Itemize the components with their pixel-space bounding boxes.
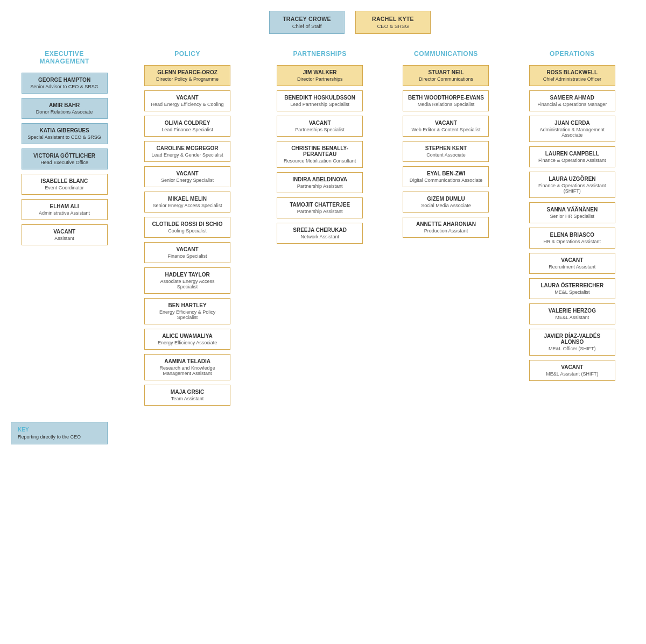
list-item: SANNA VÄÄNÄNEN Senior HR Specialist (529, 202, 615, 223)
list-item: ISABELLE BLANC Event Coordinator (22, 174, 108, 195)
list-item: SAMEER AHMAD Financial & Operations Mana… (529, 90, 615, 111)
list-item: LAURA ÖSTERREICHER ME&L Specialist (529, 278, 615, 299)
communications-director-card: STUART NEIL Director Communications (403, 65, 489, 86)
operations-header: OPERATIONS (550, 50, 594, 58)
list-item: JUAN CERDA Administration & Management A… (529, 116, 615, 142)
list-item: VACANT Web Editor & Content Specialist (403, 116, 489, 137)
list-item: LAURA UZGÖREN Finance & Operations Assis… (529, 172, 615, 198)
list-item: OLIVIA COLDREY Lead Finance Specialist (144, 116, 230, 137)
list-item: VALERIE HERZOG ME&L Assistant (529, 303, 615, 324)
list-item: SREEJA CHERUKAD Network Assistant (277, 223, 363, 244)
list-item: VACANT Finance Specialist (144, 242, 230, 263)
list-item: ELHAM ALI Administrative Assistant (22, 199, 108, 220)
list-item: VACANT ME&L Assistant (SHIFT) (529, 360, 615, 381)
column-communications: COMMUNICATIONS STUART NEIL Director Comm… (383, 50, 509, 238)
exec-header: EXECUTIVEMANAGEMENT (39, 50, 89, 65)
list-item: AMIR BAHR Donor Relations Associate (22, 98, 108, 119)
list-item: TAMOJIT CHATTERJEE Partnership Assistant (277, 197, 363, 218)
list-item: CAROLINE MCGREGOR Lead Energy & Gender S… (144, 141, 230, 162)
ceo-card: RACHEL KYTE CEO & SRSG (355, 11, 431, 34)
list-item: CLOTILDE ROSSI DI SCHIO Cooling Speciali… (144, 217, 230, 238)
list-item: MAJA GRSIC Team Assistant (144, 385, 230, 406)
list-item: VICTORIA GÖTTLICHER Head Executive Offic… (22, 148, 108, 169)
policy-header: POLICY (174, 50, 200, 58)
list-item: JAVIER DÍAZ-VALDÉS ALONSO ME&L Officer (… (529, 329, 615, 356)
list-item: CHRISTINE BENALLY-PERANTEAU Resource Mob… (277, 141, 363, 168)
key-title: KEY (18, 427, 101, 433)
list-item: ALICE UWAMALIYA Energy Efficiency Associ… (144, 329, 230, 350)
key-box: KEY Reporting directly to the CEO (11, 422, 108, 444)
column-policy: POLICY GLENN PEARCE-OROZ Director Policy… (118, 50, 257, 406)
list-item: INDIRA ABELDINOVA Partnership Assistant (277, 172, 363, 193)
list-item: MIKAEL MELIN Senior Energy Access Specia… (144, 192, 230, 213)
list-item: VACANT Recruitment Assistant (529, 253, 615, 274)
list-item: ANNETTE AHARONIAN Production Assistant (403, 217, 489, 238)
list-item: EYAL BEN-ZWI Digital Communications Asso… (403, 166, 489, 187)
list-item: VACANT Partnerships Specialist (277, 116, 363, 137)
communications-header: COMMUNICATIONS (414, 50, 478, 58)
partnerships-director-card: JIM WALKER Director Partnerships (277, 65, 363, 86)
list-item: VACANT Head Energy Efficiency & Cooling (144, 90, 230, 111)
list-item: VACANT Senior Energy Specialist (144, 166, 230, 187)
ceo-title: CEO & SRSG (361, 23, 425, 29)
list-item: VACANT Assistant (22, 224, 108, 245)
list-item: KATIA GIBERGUES Special Assistant to CEO… (22, 123, 108, 144)
list-item: ELENA BRIASCO HR & Operations Assistant (529, 228, 615, 249)
chief-of-staff-title: Chief of Staff (275, 23, 339, 29)
chief-of-staff-card: TRACEY CROWE Chief of Staff (269, 11, 345, 34)
operations-director-card: ROSS BLACKWELL Chief Administrative Offi… (529, 65, 615, 86)
column-exec: EXECUTIVEMANAGEMENT GEORGE HAMPTON Senio… (11, 50, 118, 245)
list-item: BENEDIKT HOSKULDSSON Lead Partnership Sp… (277, 90, 363, 111)
org-chart: TRACEY CROWE Chief of Staff RACHEL KYTE … (11, 11, 635, 444)
list-item: HADLEY TAYLOR Associate Energy Access Sp… (144, 267, 230, 294)
policy-director-card: GLENN PEARCE-OROZ Director Policy & Prog… (144, 65, 230, 86)
list-item: GIZEM DUMLU Social Media Associate (403, 192, 489, 213)
list-item: AAMINA TELADIA Research and Knowledge Ma… (144, 354, 230, 380)
list-item: LAUREN CAMPBELL Finance & Operations Ass… (529, 146, 615, 167)
list-item: BEN HARTLEY Energy Efficiency & Policy S… (144, 298, 230, 324)
columns-section: EXECUTIVEMANAGEMENT GEORGE HAMPTON Senio… (11, 50, 635, 406)
partnerships-header: PARTNERSHIPS (293, 50, 347, 58)
key-description: Reporting directly to the CEO (18, 434, 101, 440)
list-item: BETH WOODTHORPE-EVANS Media Relations Sp… (403, 90, 489, 111)
list-item: STEPHEN KENT Content Associate (403, 141, 489, 162)
column-partnerships: PARTNERSHIPS JIM WALKER Director Partner… (257, 50, 383, 244)
chief-of-staff-name: TRACEY CROWE (275, 16, 339, 22)
top-section: TRACEY CROWE Chief of Staff RACHEL KYTE … (65, 11, 635, 34)
column-operations: OPERATIONS ROSS BLACKWELL Chief Administ… (509, 50, 635, 381)
list-item: GEORGE HAMPTON Senior Advisor to CEO & S… (22, 73, 108, 94)
ceo-name: RACHEL KYTE (361, 16, 425, 22)
